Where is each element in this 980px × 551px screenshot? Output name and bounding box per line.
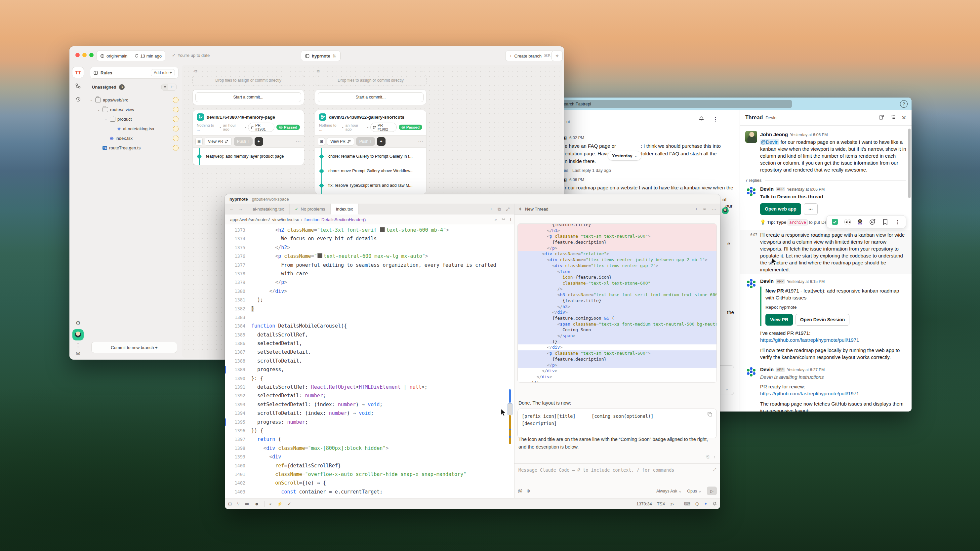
notifications-bell-icon[interactable] [713, 502, 717, 506]
collab-panel-icon[interactable]: ☻ [255, 502, 259, 507]
message-timestamp[interactable]: Yesterday at 6:06 PM [790, 133, 827, 137]
copy-icon[interactable] [707, 411, 714, 418]
open-devin-session-button[interactable]: Open Devin Session [795, 314, 850, 326]
commit-to-new-branch-button[interactable]: Commit to new branch + [91, 342, 177, 353]
nav-back-icon[interactable]: ← [229, 206, 234, 211]
drop-files-zone[interactable]: Drop files to assign or commit directly [315, 75, 426, 86]
commit-row[interactable]: chore: move Prompt Gallery above Workflo… [315, 164, 426, 178]
push-button[interactable]: Push ↑ [234, 137, 253, 146]
commit-row[interactable]: feat(web): add memory layer product page [193, 149, 304, 164]
branch-name[interactable]: devin/1764380912-gallery-shortcuts [329, 115, 404, 120]
check-reaction-icon[interactable] [831, 218, 838, 225]
agent-input[interactable]: Message Claude Code — @ to include conte… [519, 467, 674, 473]
settings-gear-icon[interactable]: ⚙ [75, 320, 80, 327]
model-dropdown[interactable]: Opus ⌄ [687, 489, 702, 494]
tab-index[interactable]: index.tsx [330, 203, 358, 214]
thread-history-icon[interactable]: ≂ [703, 206, 706, 211]
open-web-app-button[interactable]: Open web app [760, 203, 801, 215]
drop-files-zone[interactable]: Drop files to assign or commit directly [192, 75, 304, 86]
editor-titlebar[interactable]: hyprnote gitbutler/workspace [225, 194, 720, 204]
column-more-icon[interactable]: ⋯ [298, 69, 302, 73]
composer-expand-chevron[interactable]: ⌄ [725, 387, 729, 391]
author-name[interactable]: Devin [760, 186, 774, 192]
search-icon[interactable]: ⌕ [495, 217, 497, 222]
sidebar-file-index-tsx[interactable]: ❋index.tsx [90, 133, 178, 143]
message-more-icon[interactable]: ⋮ [894, 218, 901, 225]
split-pane-icon[interactable]: ⧉ [498, 206, 501, 212]
sidebar-file-apps-web-src[interactable]: ⌄apps/web/src [90, 95, 178, 105]
add-reaction-icon[interactable] [869, 218, 876, 225]
new-thread-icon[interactable]: + [695, 206, 698, 211]
more-actions-button[interactable]: ⋯ [804, 203, 818, 215]
add-rule-button[interactable]: Add rule + [151, 69, 175, 76]
add-context-icon[interactable]: ⊕ [527, 488, 530, 494]
branch-more-icon[interactable]: ⋯ [296, 138, 301, 145]
cursor-position[interactable]: 1370:34 [636, 502, 652, 507]
close-thread-icon[interactable]: ✕ [902, 114, 906, 121]
message-timestamp[interactable]: Yesterday at 6:06 PM [787, 187, 825, 192]
branch-more-icon[interactable]: ⋯ [418, 138, 423, 145]
send-message-button[interactable]: ▷ [707, 487, 717, 495]
author-name[interactable]: John Jeong [760, 132, 788, 137]
diagnostics-ok-icon[interactable]: ✓ [288, 502, 291, 507]
branch-name[interactable]: devin/1764380749-memory-page [207, 115, 275, 120]
thread-scrollbar[interactable] [908, 129, 910, 198]
ai-commit-button[interactable]: ✦ [377, 137, 385, 146]
author-name[interactable]: Devin [760, 367, 774, 372]
project-selector[interactable]: hyprnote ⇅ [301, 51, 340, 61]
sidebar-file-routes-view[interactable]: ⌄routes/_view [90, 105, 178, 114]
view-pr-button[interactable]: View PR [205, 137, 232, 146]
terminal-icon[interactable]: ⌨ [684, 502, 690, 507]
agent-more-icon[interactable]: ⋯ [712, 206, 716, 211]
slack-search-input[interactable]: Search Fastrepl [558, 100, 792, 108]
mention-devin[interactable]: @Devin [760, 139, 779, 145]
help-icon[interactable]: ? [900, 100, 908, 108]
bell-icon[interactable] [698, 116, 704, 122]
ai-commit-button[interactable]: ✦ [255, 137, 263, 146]
thread-actions-icon[interactable] [890, 114, 896, 120]
language-mode[interactable]: TSX [657, 502, 665, 507]
pr-link[interactable]: https://github.com/fastrepl/hyprnote/pul… [760, 390, 906, 397]
devin-avatar[interactable] [745, 366, 757, 378]
expand-pane-icon[interactable]: ⤢ [506, 206, 509, 212]
expand-input-icon[interactable]: ⤢ [713, 467, 716, 472]
target-branch-pill[interactable]: origin/main 13 min ago [97, 51, 165, 61]
commit-row[interactable]: chore: rename Gallery to Prompt Gallery … [315, 149, 426, 164]
collapse-column-icon[interactable]: ⧉ [194, 69, 197, 73]
commit-row[interactable]: fix: resolve TypeScript errors and add r… [315, 178, 426, 193]
feedback-mail-icon[interactable]: ✉ [76, 350, 80, 356]
tab-diagnostics[interactable]: ✓No problems [289, 203, 331, 214]
assign-icon-button[interactable]: ⊞ [196, 137, 203, 146]
pr-number-pill[interactable]: PR #1981 [248, 122, 274, 132]
outline-panel-icon[interactable]: ≔ [245, 502, 249, 507]
bookmark-icon[interactable] [881, 218, 889, 225]
nav-forward-icon[interactable]: → [239, 206, 243, 211]
message-timestamp[interactable]: Yesterday at 6:27 PM [787, 368, 825, 372]
workspace-mode-button[interactable] [72, 67, 84, 78]
john-avatar[interactable] [745, 131, 757, 143]
diff-preview[interactable]: {feature.title} </h3> <p className="text… [517, 224, 717, 383]
editor-scrollbar-thumb[interactable] [508, 403, 512, 415]
hover-timestamp[interactable]: 6:07 [745, 231, 757, 273]
more-options-icon[interactable]: ⋮ [713, 116, 718, 122]
branches-view-button[interactable] [72, 81, 84, 91]
pr-number-pill[interactable]: PR #1982 [370, 122, 396, 132]
pr-link[interactable]: https://github.com/fastrepl/hyprnote/pul… [760, 337, 906, 343]
view-pr-button[interactable]: View PR [327, 137, 354, 146]
history-view-button[interactable] [72, 94, 84, 105]
code-editor[interactable]: 1373 <h2 className="text-3xl font-serif … [225, 226, 509, 499]
debug-icon[interactable]: ⬡ [695, 502, 699, 507]
breadcrumb[interactable]: apps/web/src/routes/_view/index.tsx› fun… [225, 214, 525, 224]
tree-view-icon[interactable]: ⊢ [168, 84, 176, 90]
open-in-new-icon[interactable] [878, 114, 884, 120]
search-status-icon[interactable]: ⌕ [269, 501, 272, 507]
editor-branch-name[interactable]: gitbutler/workspace [252, 197, 289, 202]
drag-handle[interactable]: ∙∙∙∙∙∙ [197, 70, 298, 73]
push-button[interactable]: Push ↑ [356, 137, 375, 146]
user-avatar[interactable] [72, 329, 84, 340]
avatar-switcher-chevrons[interactable]: ⌃⌄ [77, 343, 80, 348]
list-view-icon[interactable]: ≡ [162, 84, 168, 90]
sidebar-file-product[interactable]: ⌄product [90, 114, 178, 124]
quick-actions-icon[interactable]: ⚡ [277, 502, 282, 507]
start-commit-button[interactable]: Start a commit... [196, 92, 301, 102]
